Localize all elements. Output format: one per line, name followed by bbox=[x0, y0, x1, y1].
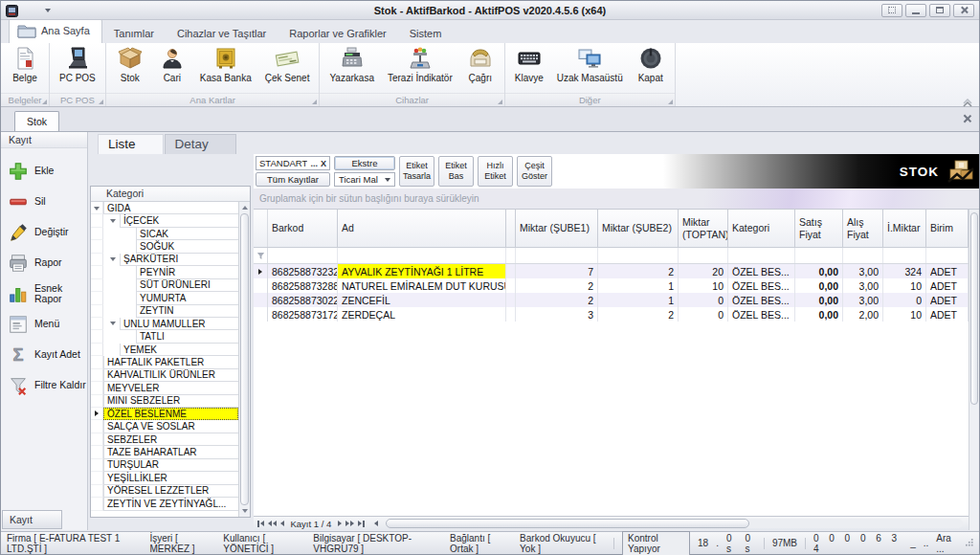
tree-expand-icon[interactable] bbox=[94, 207, 100, 211]
cell[interactable]: ADET bbox=[926, 264, 969, 278]
cell[interactable]: 8682588731723 bbox=[268, 307, 338, 322]
ribbon-tab-ana-sayfa[interactable]: Ana Sayfa bbox=[9, 19, 102, 43]
column-header-miktar-toptan-[interactable]: Miktar (TOPTAN) bbox=[679, 210, 728, 247]
scroll-left-button[interactable] bbox=[374, 521, 378, 526]
pager-last-button[interactable] bbox=[358, 521, 365, 527]
uzak-masa-st--button[interactable]: Uzak Masaüstü bbox=[551, 45, 629, 93]
cell[interactable]: 0,00 bbox=[795, 307, 843, 322]
status-search-label[interactable]: Ara ... bbox=[936, 533, 957, 554]
column-header-barkod[interactable]: Barkod bbox=[268, 210, 338, 247]
category-node-y-resel-lezzetler[interactable]: YÖRESEL LEZZETLER bbox=[103, 485, 238, 498]
cell[interactable]: AYVALIK ZEYTİNYAĞI 1 LİTRE bbox=[338, 264, 506, 278]
ribbon-tab-sistem[interactable]: Sistem bbox=[398, 24, 454, 43]
sidebar-item-sil[interactable]: Sil bbox=[1, 187, 87, 217]
cell[interactable]: 3,00 bbox=[843, 278, 883, 293]
category-node-i-ecek[interactable]: İÇECEK bbox=[120, 214, 238, 227]
h-zl-etiket-button[interactable]: HızlıEtiket bbox=[478, 156, 513, 187]
category-node-haftalik-paketler[interactable]: HAFTALIK PAKETLER bbox=[103, 356, 238, 368]
category-node--zel-beslenme[interactable]: ÖZEL BESLENME bbox=[103, 408, 238, 420]
table-row[interactable]: 8682588732324AYVALIK ZEYTİNYAĞI 1 LİTRE7… bbox=[254, 264, 969, 278]
cell[interactable]: 0,00 bbox=[795, 293, 843, 307]
category-node-zeyti-n-ve-zeyti-nya-l-[interactable]: ZEYTİN VE ZEYTİNYAĞL... bbox=[103, 498, 238, 510]
horizontal-scrollbar[interactable] bbox=[386, 519, 963, 528]
yazarkasa-button[interactable]: Yazarkasa bbox=[323, 45, 380, 93]
kasa-banka-button[interactable]: Kasa Banka bbox=[194, 45, 257, 93]
filter-cell[interactable] bbox=[883, 248, 926, 263]
category-node-kahvaltilik-r-nler[interactable]: KAHVALTILIK ÜRÜNLER bbox=[103, 369, 238, 382]
cell[interactable]: 2 bbox=[516, 293, 598, 307]
-a-r--button[interactable]: Çağrı bbox=[460, 45, 501, 93]
ekstre-button[interactable]: Ekstre bbox=[334, 156, 395, 170]
scroll-down-icon[interactable] bbox=[242, 509, 248, 513]
pager-next-page-button[interactable] bbox=[345, 521, 354, 526]
group-dialog-launcher-icon[interactable] bbox=[498, 100, 502, 104]
scroll-up-icon[interactable] bbox=[242, 206, 248, 210]
cell[interactable]: 10 bbox=[883, 278, 926, 293]
maximize-button[interactable] bbox=[929, 4, 950, 17]
column-header-ad[interactable]: Ad bbox=[338, 210, 506, 247]
tree-scrollbar-thumb[interactable] bbox=[240, 213, 249, 505]
filter-cell[interactable] bbox=[728, 248, 795, 263]
cell[interactable]: 3,00 bbox=[843, 293, 883, 307]
-e-it-g-ster-button[interactable]: ÇeşitGöster bbox=[517, 156, 552, 187]
column-header-miktar-ube2-[interactable]: Miktar (ŞUBE2) bbox=[598, 210, 679, 247]
cell[interactable]: ZENCEFİL bbox=[338, 293, 506, 307]
tab-liste[interactable]: Liste bbox=[98, 134, 164, 154]
category-node-so-uk[interactable]: SOĞUK bbox=[136, 240, 238, 253]
filter-cell[interactable] bbox=[679, 248, 728, 263]
cell[interactable]: 2 bbox=[516, 278, 598, 293]
sidebar-item-kay-t-adet[interactable]: ΣKayıt Adet bbox=[1, 340, 87, 370]
pager-next-button[interactable] bbox=[338, 521, 342, 526]
category-node-yumurta[interactable]: YUMURTA bbox=[136, 292, 238, 304]
category-node-mi-ni-sebzeler[interactable]: MİNİ SEBZELER bbox=[103, 395, 238, 408]
sidebar-footer-kayit[interactable]: Kayıt bbox=[2, 510, 62, 529]
cell[interactable]: 0,00 bbox=[795, 264, 843, 278]
column-header-blank[interactable] bbox=[506, 210, 516, 247]
group-dialog-launcher-icon[interactable] bbox=[668, 100, 673, 104]
filter-cell[interactable] bbox=[598, 248, 679, 263]
filter-cell[interactable] bbox=[268, 248, 338, 263]
category-node-tur-ular[interactable]: TURŞULAR bbox=[103, 459, 238, 472]
cell[interactable]: ADET bbox=[926, 293, 969, 307]
pager-prev-page-button[interactable] bbox=[268, 521, 277, 526]
klavye-button[interactable]: Klavye bbox=[509, 45, 549, 93]
category-node-taze-baharatlar[interactable]: TAZE BAHARATLAR bbox=[103, 446, 238, 458]
cell[interactable]: ÖZEL BES... bbox=[728, 278, 795, 293]
sidebar-item-men-[interactable]: Menü bbox=[1, 309, 87, 340]
cell[interactable] bbox=[506, 307, 516, 322]
item-type-dropdown[interactable]: Ticari Mal bbox=[334, 172, 395, 187]
ribbon-tab-raporlar-ve-grafikler[interactable]: Raporlar ve Grafikler bbox=[278, 24, 397, 43]
filter-more-icon[interactable]: ... bbox=[310, 159, 318, 168]
category-node-meyveler[interactable]: MEYVELER bbox=[103, 382, 238, 394]
kapat-button[interactable]: Kapat bbox=[631, 45, 671, 93]
tree-scrollbar[interactable] bbox=[238, 202, 250, 517]
filter-cell[interactable] bbox=[516, 248, 598, 263]
column-header-al-fiyat[interactable]: Alış Fiyat bbox=[843, 210, 883, 247]
pager-prev-button[interactable] bbox=[280, 521, 284, 526]
tree-expand-icon[interactable] bbox=[110, 322, 116, 325]
pager-first-button[interactable] bbox=[257, 521, 264, 527]
column-header-miktar-ube1-[interactable]: Miktar (ŞUBE1) bbox=[516, 210, 598, 247]
column-header-i-miktar[interactable]: İ.Miktar bbox=[883, 210, 926, 247]
category-node-yemek[interactable]: YEMEK bbox=[120, 344, 238, 356]
cell[interactable]: 3 bbox=[516, 307, 598, 322]
sidebar-item-rapor[interactable]: Rapor bbox=[1, 248, 87, 278]
sidebar-item-de-i-tir[interactable]: Değiştir bbox=[1, 217, 87, 248]
sidebar-item-esnek-rapor[interactable]: Esnek Rapor bbox=[1, 278, 87, 309]
cell[interactable]: 0,00 bbox=[795, 278, 843, 293]
cell[interactable]: 1 bbox=[598, 293, 679, 307]
cell[interactable]: 8682588730221 bbox=[268, 293, 338, 307]
cell[interactable]: 20 bbox=[679, 264, 728, 278]
cari-button[interactable]: Cari bbox=[152, 45, 192, 93]
cell[interactable]: 2 bbox=[598, 307, 679, 322]
category-node--ark-teri-[interactable]: ŞARKÜTERİ bbox=[120, 254, 238, 266]
cell[interactable]: 324 bbox=[883, 264, 926, 278]
category-node-sal-a-ve-soslar[interactable]: SALÇA VE SOSLAR bbox=[103, 420, 238, 433]
category-node-sicak[interactable]: SICAK bbox=[136, 228, 238, 240]
etiket-tasarla-button[interactable]: EtiketTasarla bbox=[399, 156, 434, 187]
cell[interactable]: ÖZEL BES... bbox=[728, 307, 795, 322]
titlebar-menu-caret-icon[interactable] bbox=[45, 9, 51, 12]
etiket-bas-button[interactable]: EtiketBas bbox=[438, 156, 474, 187]
fit-window-button[interactable] bbox=[881, 4, 902, 17]
category-node-sebzeler[interactable]: SEBZELER bbox=[103, 433, 238, 446]
